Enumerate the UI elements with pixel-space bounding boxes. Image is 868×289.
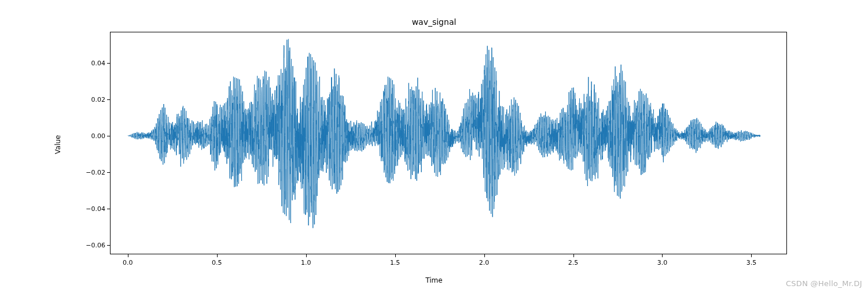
- x-tick: [484, 254, 485, 257]
- waveform-line: [128, 39, 760, 228]
- x-tick: [128, 254, 128, 257]
- x-tick: [306, 254, 307, 257]
- y-tick: [107, 172, 110, 173]
- y-tick: [107, 245, 110, 246]
- y-tick-label: −0.04: [76, 205, 105, 213]
- y-tick: [107, 209, 110, 209]
- x-tick-label: 0.5: [212, 259, 222, 266]
- y-tick-label: 0.02: [76, 95, 105, 103]
- x-tick: [217, 254, 218, 257]
- waveform-plot: [110, 32, 787, 254]
- x-tick: [573, 254, 574, 257]
- x-tick-label: 2.0: [479, 259, 490, 266]
- x-tick-label: 1.5: [390, 259, 400, 266]
- y-tick-label: 0.04: [76, 59, 105, 66]
- x-tick: [662, 254, 663, 257]
- y-axis-label: Value: [54, 135, 62, 154]
- y-tick: [107, 63, 110, 64]
- x-tick-label: 2.5: [568, 259, 579, 266]
- x-tick-label: 3.5: [746, 259, 757, 266]
- x-tick-label: 0.0: [123, 259, 133, 266]
- figure: wav_signal Time Value 0.00.51.01.52.02.5…: [0, 0, 868, 289]
- x-tick-label: 3.0: [657, 259, 668, 266]
- y-tick: [107, 99, 110, 100]
- chart-title: wav_signal: [0, 17, 868, 27]
- y-tick: [107, 136, 110, 136]
- y-tick-label: −0.02: [76, 168, 105, 176]
- x-tick: [395, 254, 396, 257]
- x-tick: [751, 254, 752, 257]
- watermark-text: CSDN @Hello_Mr.DJ: [786, 279, 862, 288]
- y-tick-label: −0.06: [76, 242, 105, 249]
- y-tick-label: 0.00: [76, 132, 105, 139]
- x-axis-label: Time: [0, 276, 868, 284]
- x-tick-label: 1.0: [301, 259, 311, 266]
